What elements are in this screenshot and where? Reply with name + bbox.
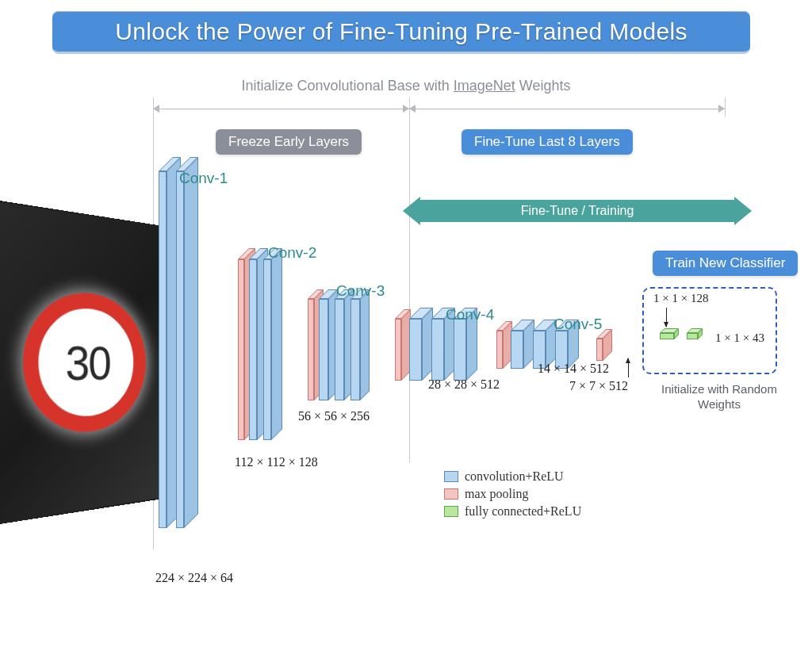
dims-conv5a: 14 × 14 × 512 <box>538 362 609 376</box>
legend-swatch-red <box>444 488 458 500</box>
legend-row-conv: convolution+ReLU <box>444 468 581 485</box>
dims-conv5pool: 7 × 7 × 512 <box>569 379 628 393</box>
dims-conv4: 28 × 28 × 512 <box>428 377 500 392</box>
label-conv4: Conv-4 <box>446 306 494 324</box>
dims-conv2: 112 × 112 × 128 <box>235 455 318 469</box>
dims-fc2: 1 × 1 × 43 <box>715 331 764 345</box>
label-conv3: Conv-3 <box>336 282 385 300</box>
legend-swatch-blue <box>444 471 458 482</box>
legend-label-fc: fully connected+ReLU <box>465 504 581 519</box>
label-conv5: Conv-5 <box>553 316 602 333</box>
classifier-note: Initialize with Random Weights <box>660 382 779 412</box>
legend: convolution+ReLU max pooling fully conne… <box>444 468 581 520</box>
label-conv2: Conv-2 <box>268 244 316 262</box>
legend-swatch-green <box>444 506 458 517</box>
dims-conv3: 56 × 56 × 256 <box>298 409 370 423</box>
dims-fc1: 1 × 1 × 128 <box>653 292 708 305</box>
fc1-arrow-icon <box>666 308 667 327</box>
pooled-arrow-icon <box>628 358 629 377</box>
dims-conv1: 224 × 224 × 64 <box>155 571 233 585</box>
legend-row-fc: fully connected+ReLU <box>444 503 581 520</box>
legend-row-pool: max pooling <box>444 485 581 503</box>
legend-label-conv: convolution+ReLU <box>465 469 564 484</box>
legend-label-pool: max pooling <box>465 487 528 501</box>
label-conv1: Conv-1 <box>179 170 228 187</box>
